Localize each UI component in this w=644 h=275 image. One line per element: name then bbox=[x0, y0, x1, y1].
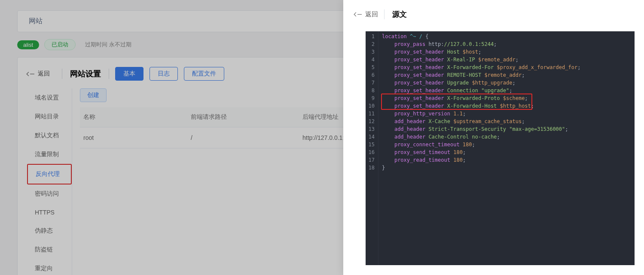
source-drawer: 返回 源文 123456789101112131415161718 locati… bbox=[343, 0, 644, 275]
arrow-left-icon bbox=[27, 72, 31, 76]
tab-logs[interactable]: 日志 bbox=[150, 67, 178, 81]
arrow-left-icon bbox=[354, 12, 358, 17]
tab-config[interactable]: 配置文件 bbox=[184, 67, 224, 81]
line-number-gutter: 123456789101112131415161718 bbox=[366, 31, 378, 265]
nav-leech[interactable]: 防盗链 bbox=[27, 240, 72, 259]
nav-redir[interactable]: 重定向 bbox=[27, 259, 72, 275]
nav-dir[interactable]: 网站目录 bbox=[27, 107, 72, 126]
expiry-value: 永不过期 bbox=[109, 41, 131, 48]
cell-path: / bbox=[191, 134, 302, 141]
expiry-info: 过期时间 永不过期 bbox=[85, 41, 131, 48]
status-badge: 已启动 bbox=[44, 39, 76, 50]
drawer-header: 返回 源文 bbox=[343, 0, 644, 29]
page-title: 网站设置 bbox=[62, 69, 109, 79]
back-button[interactable]: 返回 bbox=[27, 70, 56, 78]
side-nav: 域名设置 网站目录 默认文档 流量限制 反向代理 密码访问 HTTPS 伪静态 … bbox=[27, 88, 72, 275]
nav-domain[interactable]: 域名设置 bbox=[27, 88, 72, 107]
nav-https[interactable]: HTTPS bbox=[27, 203, 72, 221]
code-editor[interactable]: 123456789101112131415161718 location ^~ … bbox=[366, 31, 635, 265]
nav-proxy[interactable]: 反向代理 bbox=[27, 164, 72, 184]
nav-defdoc[interactable]: 默认文档 bbox=[27, 126, 72, 145]
expiry-label: 过期时间 bbox=[85, 41, 107, 48]
code-content[interactable]: location ^~ / { proxy_pass http://127.0.… bbox=[378, 31, 635, 265]
tab-basic[interactable]: 基本 bbox=[115, 67, 143, 81]
nav-rate[interactable]: 流量限制 bbox=[27, 145, 72, 164]
app-name-badge: alist bbox=[17, 40, 39, 49]
back-label: 返回 bbox=[38, 70, 50, 78]
drawer-title: 源文 bbox=[384, 9, 407, 19]
drawer-back-button[interactable]: 返回 bbox=[354, 10, 378, 18]
nav-pseudo[interactable]: 伪静态 bbox=[27, 221, 72, 240]
cell-name: root bbox=[83, 134, 191, 141]
col-path: 前端请求路径 bbox=[191, 113, 302, 121]
nav-auth[interactable]: 密码访问 bbox=[27, 184, 72, 203]
drawer-back-label: 返回 bbox=[365, 10, 378, 18]
col-name: 名称 bbox=[83, 113, 191, 121]
create-button[interactable]: 创建 bbox=[80, 88, 107, 102]
